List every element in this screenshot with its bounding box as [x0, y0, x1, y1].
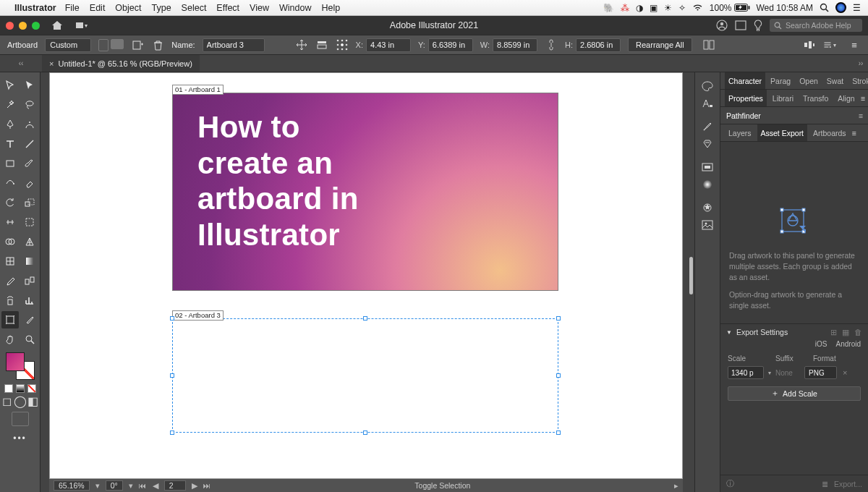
- asset-export-body[interactable]: Drag artwork to this panel to generate m…: [720, 142, 868, 323]
- menu-view[interactable]: View: [250, 3, 269, 13]
- platform-ios[interactable]: iOS: [815, 340, 827, 353]
- platform-android[interactable]: Android: [836, 340, 861, 353]
- tab-swatches[interactable]: Swat: [823, 72, 847, 89]
- resize-handle-tr[interactable]: [556, 316, 561, 321]
- screen-mode-presentation[interactable]: ◧: [28, 396, 38, 406]
- artboard-name-input[interactable]: [203, 38, 265, 52]
- rotate-select[interactable]: 0°: [106, 480, 123, 491]
- menubar-wifi-icon[interactable]: [692, 4, 703, 12]
- orientation-landscape-icon[interactable]: [111, 39, 124, 49]
- align-to-icon[interactable]: [803, 38, 816, 51]
- menubar-sync-icon[interactable]: ⁂: [621, 3, 629, 13]
- export-settings-header[interactable]: ▼ Export Settings ⊞ ▦ 🗑: [720, 324, 868, 340]
- resize-handle-bm[interactable]: [363, 430, 367, 435]
- rotate-tool[interactable]: [1, 194, 19, 211]
- export-suffix-value[interactable]: None: [775, 369, 800, 377]
- symbol-sprayer-tool[interactable]: [1, 292, 19, 309]
- magic-wand-tool[interactable]: [1, 96, 19, 114]
- selection-tool[interactable]: [1, 77, 19, 94]
- artboard-tool[interactable]: [1, 311, 19, 328]
- curvature-tool[interactable]: [21, 116, 38, 133]
- menubar-brightness-icon[interactable]: ☀: [664, 3, 672, 13]
- window-minimize[interactable]: [19, 22, 27, 30]
- resize-handle-tm[interactable]: [363, 316, 367, 321]
- tab-transform[interactable]: Transfo: [799, 90, 832, 106]
- w-input[interactable]: [493, 38, 537, 52]
- menu-help[interactable]: Help: [321, 3, 340, 13]
- panel-row-2-menu-icon[interactable]: ≡: [861, 94, 865, 103]
- status-menu-icon[interactable]: ▸: [674, 481, 678, 490]
- tab-align[interactable]: Align: [834, 90, 858, 106]
- perspective-grid-tool[interactable]: [21, 233, 38, 250]
- blend-tool[interactable]: [21, 272, 38, 289]
- rectangle-tool[interactable]: [1, 155, 19, 172]
- link-wh-icon[interactable]: [545, 38, 558, 51]
- menubar-cc-icon[interactable]: ◑: [636, 3, 643, 13]
- color-panel-icon[interactable]: [701, 80, 714, 93]
- panel-row-3-menu-icon[interactable]: ≡: [852, 129, 856, 137]
- menubar-notifications-icon[interactable]: ☰: [853, 3, 861, 13]
- tab-opentype[interactable]: Open: [796, 72, 822, 89]
- document-setup-icon[interactable]: [735, 20, 746, 30]
- menu-type[interactable]: Type: [152, 3, 171, 13]
- delete-artboard-icon[interactable]: [151, 38, 164, 51]
- export-add-icon[interactable]: ⊞: [830, 328, 837, 336]
- appearance-panel-icon[interactable]: [701, 201, 714, 214]
- rearrange-all-button[interactable]: Rearrange All: [628, 38, 692, 52]
- hint-icon[interactable]: [754, 20, 762, 31]
- screen-mode-normal[interactable]: ◻: [2, 396, 12, 406]
- panel-menu-icon[interactable]: ≡: [848, 38, 861, 51]
- free-transform-tool[interactable]: [21, 213, 38, 231]
- document-tab[interactable]: × Untitled-1* @ 65.16 % (RGB/Preview): [42, 55, 200, 72]
- menubar-evernote-icon[interactable]: 🐘: [603, 3, 614, 13]
- help-search[interactable]: Search Adobe Help: [770, 19, 862, 32]
- tab-character[interactable]: Character: [725, 72, 765, 89]
- artboard-1[interactable]: 01 - Artboard 1 How tocreate anartboard …: [172, 93, 558, 291]
- h-input[interactable]: [576, 38, 621, 52]
- menu-file[interactable]: File: [65, 3, 80, 13]
- shaper-tool[interactable]: [1, 174, 19, 192]
- slice-tool[interactable]: [21, 311, 38, 328]
- width-tool[interactable]: [1, 213, 19, 231]
- tabs-left-scroll[interactable]: ‹‹: [0, 59, 42, 67]
- document-canvas[interactable]: 01 - Artboard 1 How tocreate anartboard …: [49, 72, 683, 479]
- menubar-battery[interactable]: 100%: [710, 3, 750, 13]
- resize-handle-br[interactable]: [556, 430, 561, 435]
- zoom-select[interactable]: 65.16%: [54, 480, 90, 491]
- gradient-panel-icon[interactable]: [701, 178, 714, 191]
- graphic-styles-icon[interactable]: [701, 219, 714, 232]
- resize-handle-mr[interactable]: [556, 373, 561, 378]
- artboards-panel-icon[interactable]: [702, 38, 715, 51]
- export-button[interactable]: Export...: [834, 480, 862, 488]
- vertical-scrollbar[interactable]: [689, 257, 693, 294]
- nav-last-icon[interactable]: ⏭: [203, 481, 211, 490]
- paintbrush-tool[interactable]: [21, 155, 38, 172]
- color-mode-none[interactable]: [27, 384, 36, 393]
- export-format-select[interactable]: PNG: [804, 366, 837, 379]
- canvas-viewport[interactable]: 01 - Artboard 1 How tocreate anartboard …: [41, 72, 694, 492]
- tab-asset-export[interactable]: Asset Export: [757, 124, 808, 141]
- edit-toolbar-button[interactable]: •••: [13, 433, 27, 444]
- eraser-tool[interactable]: [21, 174, 38, 192]
- artboard-nav-select[interactable]: 2: [164, 480, 186, 491]
- menubar-siri-icon[interactable]: [835, 2, 846, 13]
- direct-selection-tool[interactable]: [21, 77, 38, 94]
- resize-handle-bl[interactable]: [170, 430, 174, 435]
- mesh-tool[interactable]: [1, 253, 19, 270]
- pathfinder-header[interactable]: Pathfinder ≡: [720, 107, 868, 124]
- resize-handle-ml[interactable]: [170, 373, 174, 378]
- artboard-preset-select[interactable]: Custom: [45, 38, 91, 52]
- close-tab-icon[interactable]: ×: [49, 59, 54, 68]
- home-button[interactable]: [51, 20, 63, 30]
- export-trash-icon[interactable]: 🗑: [854, 328, 862, 336]
- window-close[interactable]: [6, 22, 14, 30]
- pen-tool[interactable]: [1, 116, 19, 133]
- color-mode-solid[interactable]: [4, 384, 13, 393]
- tab-paragraph[interactable]: Parag: [767, 72, 794, 89]
- user-icon[interactable]: [716, 20, 728, 31]
- nav-prev-icon[interactable]: ◀: [153, 481, 158, 490]
- type-tool[interactable]: [1, 135, 19, 153]
- tab-libraries[interactable]: Librari: [769, 90, 797, 106]
- move-with-artboard-icon[interactable]: [295, 38, 308, 51]
- hand-tool[interactable]: [1, 331, 19, 348]
